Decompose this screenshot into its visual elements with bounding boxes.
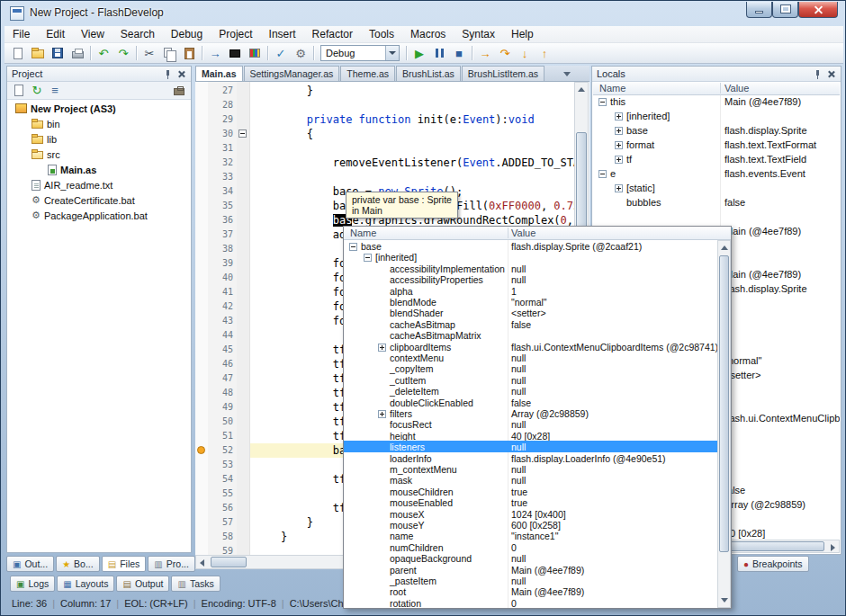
refresh-project-button[interactable]: ↻: [28, 83, 46, 99]
fold-collapse-icon[interactable]: [238, 129, 247, 138]
datatip-row[interactable]: height40 [0x28]: [344, 430, 717, 441]
tab-output[interactable]: ▤Output: [116, 576, 169, 592]
stop-button[interactable]: ■: [449, 44, 469, 62]
datatip-row[interactable]: blendShader<setter>: [344, 307, 717, 317]
panel-tab-files[interactable]: ▤Files: [102, 556, 147, 572]
expand-icon[interactable]: [615, 184, 623, 192]
maximize-button[interactable]: [772, 2, 798, 18]
cut-button[interactable]: ✂: [140, 44, 159, 62]
tab-brushlistitem-as[interactable]: BrushListItem.as: [462, 66, 544, 81]
expand-icon[interactable]: [378, 344, 386, 352]
collapse-all-button[interactable]: ≡: [46, 83, 64, 99]
pin-icon[interactable]: [163, 69, 173, 79]
datatip-row[interactable]: accessibilityImplementationnull: [344, 263, 717, 273]
datatip-row[interactable]: parentMain (@4ee7f89): [344, 564, 717, 575]
datatip-row[interactable]: rotation0: [344, 597, 717, 608]
expand-icon[interactable]: [615, 127, 623, 135]
datatip-row[interactable]: _deleteItemnull: [344, 385, 717, 396]
datatip-row[interactable]: focusRectnull: [344, 418, 717, 429]
step-into-button[interactable]: ↓: [515, 44, 535, 62]
pause-button[interactable]: [429, 44, 449, 62]
tree-item-bin[interactable]: bin: [8, 116, 190, 131]
panel-tab-pro[interactable]: ▥Pro...: [148, 556, 195, 572]
locals-row[interactable]: thisMain (@4ee7f89): [593, 95, 840, 110]
datatip-row[interactable]: opaqueBackgroundnull: [344, 552, 717, 563]
datatip-row[interactable]: loaderInfoflash.display.LoaderInfo (@4e9…: [344, 452, 717, 463]
locals-name-column[interactable]: Name: [599, 83, 626, 94]
collapse-icon[interactable]: [598, 170, 607, 178]
redo-button[interactable]: ↷: [113, 44, 133, 62]
locals-row[interactable]: eflash.events.Event: [593, 167, 840, 182]
menu-tools[interactable]: Tools: [361, 26, 402, 42]
datatip-row[interactable]: _cutItemnull: [344, 374, 717, 385]
editor-hscroll-thumb[interactable]: [211, 557, 247, 567]
locals-row[interactable]: formatflash.text.TextFormat: [593, 138, 840, 153]
collapse-icon[interactable]: [364, 254, 372, 262]
tab-layouts[interactable]: ▦Layouts: [57, 576, 114, 592]
locals-row[interactable]: bubblesfalse: [593, 196, 840, 210]
menu-syntax[interactable]: Syntax: [454, 26, 503, 42]
menu-edit[interactable]: Edit: [38, 26, 73, 42]
open-resource-button[interactable]: [10, 83, 28, 99]
fold-margin[interactable]: [237, 82, 250, 555]
menu-debug[interactable]: Debug: [163, 26, 211, 42]
scroll-up-icon[interactable]: [578, 87, 585, 92]
menu-refactor[interactable]: Refactor: [304, 26, 361, 42]
datatip-row[interactable]: baseflash.display.Sprite (@2caaf21): [344, 240, 717, 251]
continue-button[interactable]: →: [475, 44, 495, 62]
datatip-row[interactable]: cacheAsBitmapfalse: [344, 318, 717, 329]
datatip-scroll-up-icon[interactable]: [721, 246, 728, 250]
debug-target-combobox[interactable]: Debug: [320, 45, 400, 61]
print-button[interactable]: [68, 44, 87, 62]
start-debug-button[interactable]: ▶: [410, 44, 429, 62]
datatip-value-column[interactable]: Value: [511, 228, 536, 238]
scroll-left-icon[interactable]: [200, 559, 204, 567]
datatip-row[interactable]: [inherited]: [344, 251, 717, 262]
tab-logs[interactable]: ▣Logs: [10, 576, 55, 592]
tab-settingsmanager-as[interactable]: SettingsManager.as: [244, 66, 340, 81]
goto-line-button[interactable]: →: [205, 44, 225, 62]
paste-button[interactable]: [179, 44, 199, 62]
settings-button[interactable]: ⚙: [291, 44, 310, 62]
tree-item-air-readme-txt[interactable]: AIR_readme.txt: [8, 177, 190, 192]
save-file-button[interactable]: [48, 44, 68, 62]
tab-theme-as[interactable]: Theme.as: [340, 66, 395, 81]
expand-icon[interactable]: [615, 112, 623, 121]
datatip-row[interactable]: mouseX1024 [0x400]: [344, 508, 717, 519]
datatip-row[interactable]: masknull: [344, 474, 717, 485]
datatip-row[interactable]: alpha1: [344, 285, 717, 296]
datatip-row[interactable]: contextMenunull: [344, 352, 717, 362]
menu-macros[interactable]: Macros: [402, 26, 454, 42]
datatip-scrollbar[interactable]: [717, 240, 731, 608]
combo-dropdown-button[interactable]: [385, 46, 399, 60]
locals-row[interactable]: baseflash.display.Sprite: [593, 124, 840, 138]
tree-item-lib[interactable]: lib: [8, 131, 190, 147]
copy-button[interactable]: [159, 44, 179, 62]
step-over-button[interactable]: ↷: [495, 44, 515, 62]
editor-vscroll-thumb[interactable]: [576, 132, 587, 231]
menu-file[interactable]: File: [4, 26, 38, 42]
syntax-preview-button[interactable]: [225, 44, 245, 62]
expand-icon[interactable]: [378, 410, 386, 418]
locals-row[interactable]: [inherited]: [593, 110, 840, 124]
expand-icon[interactable]: [615, 156, 623, 164]
locals-row[interactable]: [static]: [593, 182, 840, 196]
datatip-row[interactable]: rootMain (@4ee7f89): [344, 585, 717, 596]
locals-value-column[interactable]: Value: [724, 83, 749, 94]
tab-list-dropdown-icon[interactable]: [561, 67, 573, 80]
panel-tab-bo[interactable]: ★Bo...: [56, 556, 100, 572]
tab-tasks[interactable]: ▥Tasks: [171, 576, 220, 592]
color-palette-button[interactable]: [245, 44, 265, 62]
undo-button[interactable]: ↶: [94, 44, 113, 62]
menu-project[interactable]: Project: [211, 26, 260, 42]
datatip-scroll-thumb[interactable]: [719, 255, 729, 552]
collapse-icon[interactable]: [598, 98, 607, 106]
tab-breakpoints[interactable]: ● Breakpoints: [737, 556, 809, 572]
datatip-row[interactable]: name"instance1": [344, 530, 717, 540]
menu-search[interactable]: Search: [112, 26, 163, 42]
datatip-row[interactable]: listenersnull: [344, 441, 717, 451]
datatip-name-column[interactable]: Name: [350, 228, 376, 238]
locals-row[interactable]: [593, 210, 840, 225]
project-properties-button[interactable]: [170, 83, 188, 99]
locals-pin-icon[interactable]: [813, 69, 823, 79]
